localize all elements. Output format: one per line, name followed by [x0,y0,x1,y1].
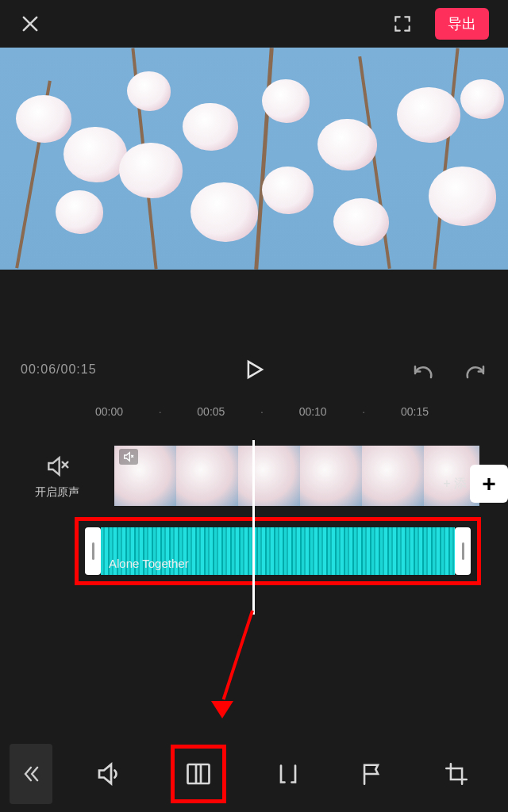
tool-row [67,745,498,803]
plus-icon[interactable]: + [470,465,508,503]
audio-clip[interactable]: Alone Together [85,527,471,575]
ruler-dot: · [260,405,264,418]
top-left [19,13,41,35]
transport-bar: 00:06/00:15 [0,338,508,401]
split-screen-tool-icon[interactable] [171,745,226,803]
ruler-dot: · [362,405,365,418]
audio-title: Alone Together [109,557,189,570]
ruler-mark: 00:10 [299,405,327,418]
export-button[interactable]: 导出 [435,8,489,40]
ruler-dot: · [159,405,162,418]
mute-label: 开启原声 [35,485,79,500]
ruler-mark: 00:00 [95,405,123,418]
back-button[interactable] [10,744,52,804]
time-display: 00:06/00:15 [21,362,97,377]
redo-icon[interactable] [464,358,487,381]
top-right: 导出 [392,8,489,40]
audio-handle-right[interactable] [455,527,471,575]
playhead[interactable] [252,440,255,615]
clip-mute-icon[interactable] [119,449,138,465]
add-clip-label: + 添 [443,476,467,492]
svg-rect-0 [188,764,210,783]
flag-tool-icon[interactable] [350,752,394,796]
audio-handle-left[interactable] [85,527,101,575]
play-button[interactable] [241,356,267,383]
annotation-arrow [252,611,256,718]
volume-tool-icon[interactable] [87,752,131,796]
mute-original-sound[interactable]: 开启原声 [24,454,90,500]
video-preview[interactable] [0,48,508,270]
crop-tool-icon[interactable] [434,752,479,796]
total-time: 00:15 [61,362,97,376]
bottom-toolbar [0,744,508,804]
fullscreen-icon[interactable] [392,13,413,34]
undo-redo-group [411,358,487,381]
top-bar: 导出 [0,0,508,48]
undo-icon[interactable] [411,358,435,381]
add-clip[interactable]: + 添 + [443,454,508,514]
close-icon[interactable] [19,13,41,35]
time-ruler[interactable]: 00:00 · 00:05 · 00:10 · 00:15 [0,401,508,422]
video-track[interactable] [114,446,479,506]
audio-track-highlight: Alone Together [75,517,481,585]
ruler-mark: 00:05 [197,405,225,418]
ruler-mark: 00:15 [401,405,429,418]
trim-tool-icon[interactable] [266,752,310,796]
current-time: 00:06 [21,362,56,376]
